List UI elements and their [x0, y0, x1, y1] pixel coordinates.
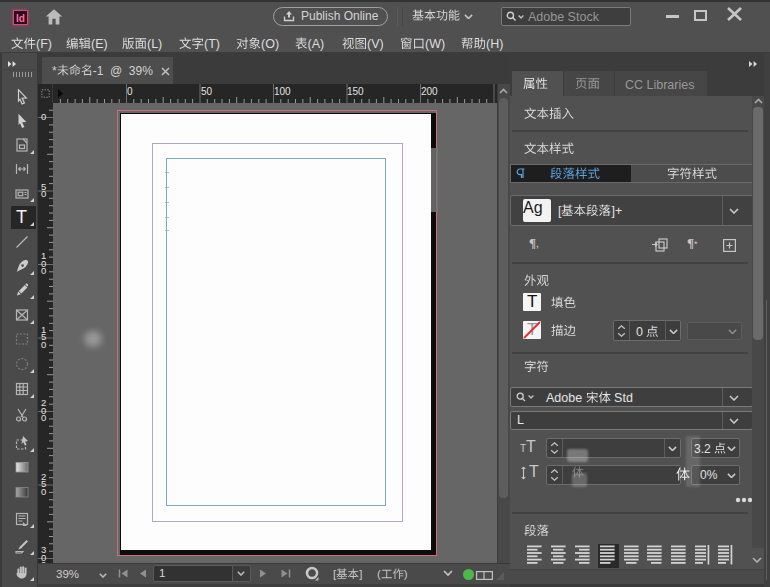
svg-text:0: 0 — [41, 412, 46, 423]
svg-text:0: 0 — [41, 486, 46, 497]
svg-text:0: 0 — [41, 188, 46, 199]
svg-text:200: 200 — [421, 86, 438, 97]
svg-text:150: 150 — [347, 86, 364, 97]
svg-text:50: 50 — [201, 86, 213, 97]
svg-text:0: 0 — [41, 111, 46, 122]
svg-text:0: 0 — [127, 86, 133, 97]
svg-text:0: 0 — [41, 339, 46, 350]
svg-text:100: 100 — [274, 86, 291, 97]
svg-text:0: 0 — [41, 265, 46, 276]
